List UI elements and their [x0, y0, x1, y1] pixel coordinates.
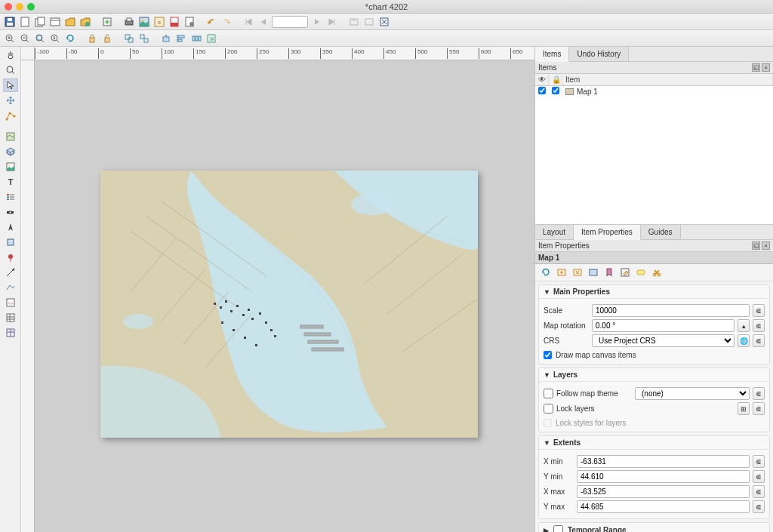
tab-items[interactable]: Items: [535, 47, 569, 62]
ungroup-button[interactable]: [137, 32, 150, 45]
follow-theme-checkbox[interactable]: [544, 389, 553, 398]
atlas-preview-button[interactable]: [347, 15, 360, 28]
crs-picker-button[interactable]: 🌐: [738, 334, 750, 347]
zoom-tool[interactable]: [3, 63, 18, 77]
extents-header[interactable]: ▼Extents: [539, 436, 769, 450]
save-as-template-button[interactable]: [79, 15, 91, 28]
temporal-range-enable-checkbox[interactable]: [553, 525, 563, 532]
layers-header[interactable]: ▼Layers: [539, 368, 769, 382]
add-map-tool[interactable]: [3, 130, 18, 143]
distribute-button[interactable]: [189, 32, 202, 45]
zoom-out-button[interactable]: [18, 32, 31, 45]
first-page-button[interactable]: [242, 15, 254, 28]
lock-layers-checkbox[interactable]: [544, 404, 553, 414]
print-button[interactable]: [122, 15, 135, 28]
panel-close-button[interactable]: ×: [762, 63, 770, 72]
view-extent-in-canvas-button[interactable]: [571, 266, 584, 278]
add-shape-tool[interactable]: [3, 235, 18, 249]
temporal-range-header[interactable]: ▶Temporal Range: [539, 523, 769, 532]
tab-undo-history[interactable]: Undo History: [569, 47, 629, 61]
tab-guides[interactable]: Guides: [641, 225, 681, 239]
redo-button[interactable]: [220, 15, 233, 28]
scale-override-button[interactable]: ⋐: [753, 304, 765, 317]
layout-canvas[interactable]: -100-50050100150200250300350400450500550…: [21, 47, 534, 532]
add-label-tool[interactable]: T: [3, 175, 18, 189]
copy-layers-button[interactable]: ⊞: [738, 402, 750, 415]
new-layout-button[interactable]: [18, 15, 31, 28]
labeling-settings-button[interactable]: [635, 266, 647, 278]
map-item[interactable]: [100, 171, 478, 438]
last-page-button[interactable]: [325, 15, 338, 28]
item-lock-checkbox[interactable]: [552, 87, 559, 94]
xmin-override-button[interactable]: ⋐: [753, 455, 765, 468]
zoom-actual-button[interactable]: 1: [48, 32, 61, 45]
unlock-items-button[interactable]: [100, 32, 113, 45]
bookmarks-button[interactable]: [603, 266, 615, 278]
lock-layers-override-button[interactable]: ⋐: [753, 402, 765, 415]
duplicate-layout-button[interactable]: [33, 15, 46, 28]
atlas-export-button[interactable]: [362, 15, 375, 28]
layout-manager-button[interactable]: [48, 15, 61, 28]
export-svg-button[interactable]: S: [152, 15, 165, 28]
rotation-spinner[interactable]: ▴: [738, 319, 750, 332]
undo-button[interactable]: [205, 15, 217, 28]
panel-undock-button[interactable]: ◱: [752, 63, 760, 72]
move-item-content-tool[interactable]: [3, 94, 18, 107]
add-legend-tool[interactable]: [3, 190, 18, 204]
set-map-scale-button[interactable]: [587, 266, 599, 278]
select-move-tool[interactable]: [3, 78, 18, 92]
group-button[interactable]: [122, 32, 135, 45]
zoom-full-button[interactable]: [33, 32, 46, 45]
crs-select[interactable]: Use Project CRS: [592, 334, 735, 347]
item-visibility-checkbox[interactable]: [538, 87, 546, 94]
zoom-in-button[interactable]: [3, 32, 16, 45]
refresh-button[interactable]: [63, 32, 76, 45]
tab-layout[interactable]: Layout: [535, 225, 574, 239]
rotation-input[interactable]: [592, 319, 735, 332]
lock-items-button[interactable]: [85, 32, 98, 45]
add-fixedtable-tool[interactable]: [3, 326, 18, 340]
next-page-button[interactable]: [310, 15, 323, 28]
panel-close-button-2[interactable]: ×: [762, 241, 770, 250]
add-picture-tool[interactable]: [3, 160, 18, 174]
edit-nodes-tool[interactable]: [3, 109, 18, 122]
page-setup-button[interactable]: [183, 15, 196, 28]
main-properties-header[interactable]: ▼Main Properties: [539, 285, 769, 299]
tab-item-properties[interactable]: Item Properties: [574, 225, 641, 240]
ymax-input[interactable]: [577, 500, 750, 513]
ymin-input[interactable]: [577, 470, 750, 483]
raise-button[interactable]: [159, 32, 172, 45]
add-scalebar-tool[interactable]: [3, 205, 18, 219]
ymin-override-button[interactable]: ⋐: [753, 470, 765, 483]
add-table-tool[interactable]: [3, 311, 18, 324]
export-pdf-button[interactable]: [168, 15, 180, 28]
scale-input[interactable]: [592, 304, 750, 317]
atlas-settings-button[interactable]: [377, 15, 390, 28]
ymax-override-button[interactable]: ⋐: [753, 500, 765, 513]
prev-page-button[interactable]: [257, 15, 269, 28]
interactive-edit-button[interactable]: [619, 266, 631, 278]
xmax-input[interactable]: [577, 485, 750, 498]
save-button[interactable]: [3, 15, 16, 28]
draw-canvas-items-checkbox[interactable]: [544, 351, 552, 359]
add-html-tool[interactable]: <>: [3, 296, 18, 309]
set-to-canvas-extent-button[interactable]: [556, 266, 568, 278]
crs-override-button[interactable]: ⋐: [753, 334, 765, 347]
rotation-override-button[interactable]: ⋐: [753, 319, 765, 332]
add-northarrow-tool[interactable]: [3, 220, 18, 234]
panel-undock-button-2[interactable]: ◱: [752, 241, 760, 250]
theme-override-button[interactable]: ⋐: [753, 387, 765, 400]
add-nodeitem-tool[interactable]: [3, 281, 18, 294]
align-left-button[interactable]: [174, 32, 187, 45]
item-row[interactable]: Map 1: [535, 86, 773, 97]
layout-page[interactable]: [100, 171, 478, 438]
theme-select[interactable]: (none): [635, 387, 750, 400]
add-3dmap-tool[interactable]: [3, 145, 18, 158]
open-folder-button[interactable]: [63, 15, 76, 28]
pan-tool[interactable]: [3, 48, 18, 62]
add-marker-tool[interactable]: [3, 251, 18, 264]
add-arrow-tool[interactable]: [3, 266, 18, 279]
page-number-input[interactable]: [272, 16, 308, 28]
xmin-input[interactable]: [577, 455, 750, 468]
xmax-override-button[interactable]: ⋐: [753, 485, 765, 498]
